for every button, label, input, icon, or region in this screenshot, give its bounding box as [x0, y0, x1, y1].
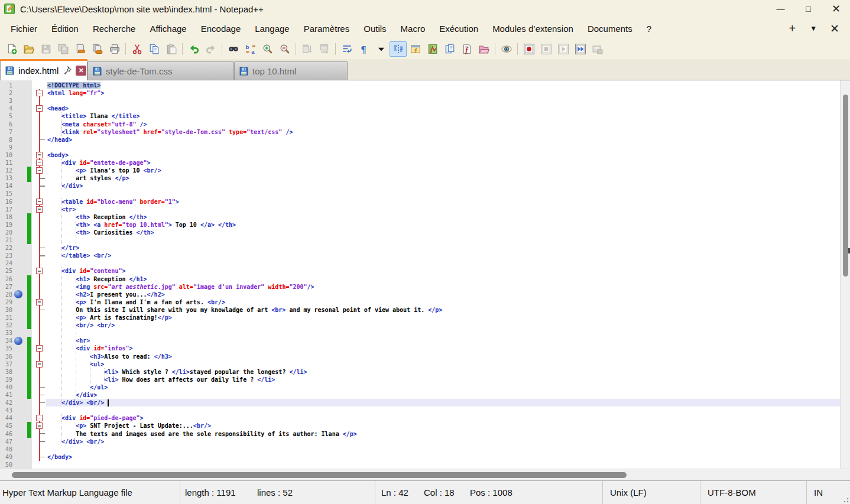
code-line-31[interactable]: <p> Art is fascinating!</p>: [47, 314, 172, 321]
vertical-scrollbar[interactable]: [840, 80, 850, 469]
macro-run-multiple-icon[interactable]: [572, 41, 589, 57]
fold-collapse-box[interactable]: [36, 361, 43, 368]
zoom-in-icon[interactable]: [259, 41, 276, 57]
maximize-button[interactable]: □: [794, 0, 822, 18]
code-line-27[interactable]: <img src="art aesthetic.jpg" alt="image …: [47, 283, 314, 291]
fold-collapse-box[interactable]: [36, 152, 43, 158]
menu-macro[interactable]: Macro: [394, 19, 433, 38]
menu-modules-d-extension[interactable]: Modules d’extension: [485, 19, 580, 38]
menu-documents[interactable]: Documents: [580, 19, 640, 38]
replace-icon[interactable]: ba: [242, 41, 259, 57]
undo-icon[interactable]: [185, 41, 202, 57]
menu-fichier[interactable]: Fichier: [4, 19, 44, 38]
fold-collapse-box[interactable]: [36, 167, 43, 174]
zoom-out-icon[interactable]: [276, 41, 293, 57]
code-line-42[interactable]: </div> <br/>: [47, 399, 104, 407]
code-line-16[interactable]: <table id="bloc-menu" border="1">: [47, 198, 179, 206]
code-line-45[interactable]: <p> SNT Project - Last Update:...<br/>: [47, 422, 211, 430]
code-line-29[interactable]: <p> I'm Ilana and I'm a fan of arts. <br…: [47, 298, 225, 306]
tab-top-10-html[interactable]: top 10.html: [234, 61, 348, 80]
vertical-scrollbar-thumb[interactable]: [843, 95, 848, 277]
code-line-38[interactable]: <li> Which style ? </li>stayed popular t…: [47, 368, 307, 376]
code-line-4[interactable]: <head>: [47, 105, 69, 112]
code-line-32[interactable]: <br/> <br/>: [47, 321, 115, 329]
menu-langage[interactable]: Langage: [248, 19, 296, 38]
code-line-36[interactable]: <h3>Also to read: </h3>: [47, 353, 172, 360]
new-tab-button[interactable]: +: [782, 22, 803, 35]
code-line-17[interactable]: <tr>: [47, 206, 76, 213]
close-icon[interactable]: [72, 41, 89, 57]
fold-collapse-box[interactable]: [36, 90, 43, 96]
fold-collapse-box[interactable]: [36, 299, 43, 305]
fold-collapse-box[interactable]: [36, 345, 43, 352]
code-line-25[interactable]: <div id="contenu">: [47, 267, 125, 275]
open-file-icon[interactable]: [20, 41, 37, 57]
folder-as-workspace-icon[interactable]: [475, 41, 492, 57]
code-line-13[interactable]: art styles </p>: [47, 174, 129, 182]
code-line-30[interactable]: On this site I will share with you my kn…: [47, 306, 442, 314]
close-tab-button[interactable]: ✕: [824, 22, 845, 35]
show-all-characters-icon[interactable]: ¶: [355, 41, 372, 57]
close-button[interactable]: ✕: [822, 0, 850, 18]
code-line-44[interactable]: <div id="pied-de-page">: [47, 414, 144, 422]
indent-guide-icon[interactable]: [390, 41, 407, 57]
fold-collapse-box[interactable]: [36, 206, 43, 213]
fold-collapse-box[interactable]: [36, 199, 43, 205]
code-line-34[interactable]: <hr>: [47, 337, 90, 344]
menu-encodage[interactable]: Encodage: [194, 19, 248, 38]
fold-collapse-box[interactable]: [36, 160, 43, 166]
code-line-35[interactable]: <div id="infos">: [47, 344, 133, 352]
find-icon[interactable]: [225, 41, 242, 57]
menu-param-tres[interactable]: Paramètres: [297, 19, 357, 38]
code-line-22[interactable]: </tr>: [47, 244, 79, 252]
document-map-icon[interactable]: [424, 41, 441, 57]
code-line-28[interactable]: <h2>I present you...</h2>: [47, 291, 165, 298]
fold-collapse-box[interactable]: [36, 422, 43, 429]
tab-list-dropdown-icon[interactable]: ▼: [803, 24, 824, 32]
code-line-2[interactable]: <html lang="fr">: [47, 89, 104, 97]
cut-icon[interactable]: [128, 41, 145, 57]
word-wrap-icon[interactable]: [338, 41, 355, 57]
code-line-6[interactable]: <meta charset="utf-8" />: [47, 121, 147, 128]
horizontal-scrollbar[interactable]: [0, 469, 850, 480]
code-line-12[interactable]: <p> Ilana's top 10 <br/>: [47, 167, 161, 174]
tab-style-de-tom-css[interactable]: style-de-Tom.css: [87, 61, 234, 80]
pin-tab-icon[interactable]: [62, 66, 72, 76]
document-switcher-icon[interactable]: [441, 41, 458, 57]
code-line-39[interactable]: <li> How does art affects our daily life…: [47, 376, 275, 383]
code-line-10[interactable]: <body>: [47, 151, 69, 159]
code-line-11[interactable]: <div id="entete-de-page">: [47, 159, 151, 167]
code-line-20[interactable]: <th> Curiosities </th>: [47, 229, 154, 236]
code-line-37[interactable]: <ul>: [47, 360, 104, 368]
menu-help[interactable]: ?: [640, 19, 658, 38]
macro-record-icon[interactable]: [520, 41, 537, 57]
menu-recherche[interactable]: Recherche: [86, 19, 143, 38]
code-line-47[interactable]: </div> <br/>: [47, 438, 104, 446]
menu-dition[interactable]: Édition: [44, 19, 86, 38]
code-line-26[interactable]: <h1> Reception </h1>: [47, 275, 147, 283]
tab-index-html[interactable]: index.html✕: [0, 59, 87, 80]
toolbar-dropdown-icon[interactable]: [372, 41, 390, 57]
menu-ex-cution[interactable]: Exécution: [432, 19, 485, 38]
code-line-41[interactable]: </div>: [47, 391, 97, 399]
menu-outils[interactable]: Outils: [356, 19, 393, 38]
resize-grip[interactable]: [842, 496, 849, 503]
code-line-46[interactable]: The texts and images used are the sole r…: [47, 430, 357, 438]
minimize-button[interactable]: —: [767, 0, 794, 18]
code-line-19[interactable]: <th> <a href="top 10.html"> Top 10 </a> …: [47, 221, 236, 229]
fold-collapse-box[interactable]: [36, 105, 43, 112]
code-line-49[interactable]: </body>: [47, 453, 72, 461]
print-icon[interactable]: [106, 41, 123, 57]
horizontal-scrollbar-thumb[interactable]: [12, 472, 627, 478]
fold-collapse-box[interactable]: [36, 415, 43, 421]
code-line-5[interactable]: <title> Ilana </title>: [47, 112, 140, 120]
close-tab-icon[interactable]: ✕: [76, 66, 86, 76]
code-line-7[interactable]: <link rel="stylesheet" href="style-de-To…: [47, 128, 293, 136]
copy-icon[interactable]: [145, 41, 163, 57]
close-all-icon[interactable]: [89, 41, 106, 57]
code-line-1[interactable]: <!DOCTYPE html>: [47, 82, 100, 89]
code-line-18[interactable]: <th> Reception </th>: [47, 213, 147, 221]
code-line-40[interactable]: </ul>: [47, 383, 108, 391]
fold-collapse-box[interactable]: [36, 268, 43, 274]
menu-affichage[interactable]: Affichage: [142, 19, 193, 38]
